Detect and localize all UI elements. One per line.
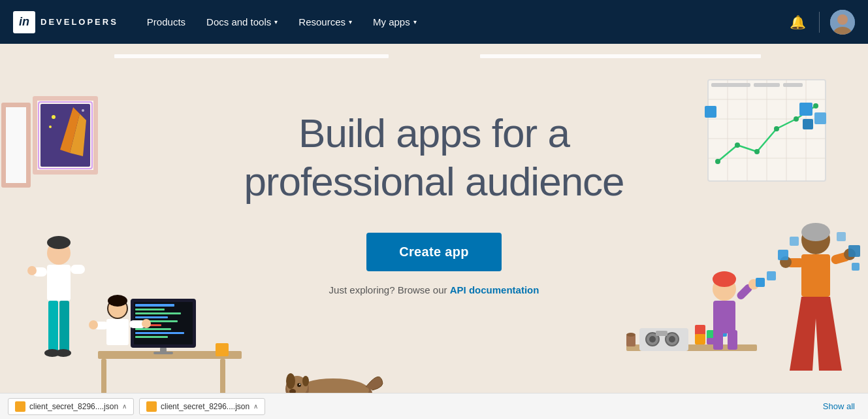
svg-rect-82 bbox=[801, 254, 830, 297]
show-all-button[interactable]: Show all bbox=[818, 399, 860, 414]
svg-point-17 bbox=[27, 266, 37, 275]
art-frame-tall bbox=[1, 103, 31, 188]
svg-point-107 bbox=[813, 103, 818, 109]
svg-rect-32 bbox=[135, 328, 171, 330]
chevron-down-icon: ▾ bbox=[274, 18, 278, 25]
svg-rect-14 bbox=[47, 265, 71, 301]
svg-point-39 bbox=[108, 295, 127, 307]
svg-rect-111 bbox=[799, 103, 812, 116]
hero-title: Build apps for a professional audience bbox=[244, 109, 624, 207]
svg-rect-112 bbox=[814, 112, 826, 124]
svg-point-62 bbox=[669, 336, 675, 343]
svg-point-102 bbox=[715, 159, 720, 164]
svg-rect-89 bbox=[848, 245, 860, 257]
linkedin-logo-icon: in bbox=[13, 11, 35, 33]
nav-item-myapps[interactable]: My apps ▾ bbox=[364, 11, 426, 33]
hero-content: Build apps for a professional audience C… bbox=[244, 109, 624, 295]
svg-point-10 bbox=[52, 115, 56, 119]
svg-point-104 bbox=[754, 149, 760, 154]
svg-rect-40 bbox=[106, 319, 129, 345]
brand-text: DEVELOPERS bbox=[40, 17, 118, 27]
svg-point-60 bbox=[649, 336, 656, 343]
svg-point-44 bbox=[142, 319, 151, 328]
svg-rect-78 bbox=[756, 278, 765, 287]
svg-point-55 bbox=[297, 383, 301, 387]
svg-point-81 bbox=[801, 223, 830, 241]
chevron-down-icon: ▾ bbox=[349, 18, 352, 25]
avatar[interactable] bbox=[830, 10, 855, 35]
avatar-image bbox=[830, 10, 855, 35]
svg-point-56 bbox=[299, 384, 300, 385]
download-filename-1: client_secret_8296....json bbox=[29, 402, 118, 411]
chevron-up-icon-2: ∧ bbox=[253, 403, 258, 410]
nav-right: 🔔 bbox=[787, 10, 855, 35]
svg-point-72 bbox=[713, 271, 736, 287]
svg-point-103 bbox=[735, 142, 740, 148]
svg-rect-74 bbox=[713, 330, 723, 350]
svg-point-43 bbox=[89, 320, 98, 329]
svg-point-105 bbox=[774, 126, 779, 131]
svg-rect-90 bbox=[837, 232, 846, 241]
nav-divider bbox=[819, 12, 820, 33]
svg-rect-113 bbox=[803, 119, 813, 129]
svg-rect-27 bbox=[135, 309, 165, 310]
browse-text: Just exploring? Browse our API documenta… bbox=[244, 284, 624, 295]
svg-rect-36 bbox=[153, 352, 173, 354]
svg-rect-88 bbox=[790, 237, 799, 246]
svg-rect-87 bbox=[778, 250, 788, 260]
nav-item-resources[interactable]: Resources ▾ bbox=[289, 11, 361, 33]
svg-rect-109 bbox=[754, 83, 780, 87]
svg-rect-28 bbox=[135, 312, 181, 314]
svg-rect-34 bbox=[135, 336, 168, 338]
whiteboard bbox=[705, 76, 832, 203]
svg-rect-73 bbox=[713, 301, 735, 333]
svg-rect-29 bbox=[135, 316, 168, 318]
svg-point-22 bbox=[47, 236, 71, 249]
file-icon-2 bbox=[146, 401, 157, 412]
download-bar: client_secret_8296....json ∧ client_secr… bbox=[0, 393, 868, 419]
svg-point-12 bbox=[82, 109, 84, 112]
svg-point-11 bbox=[49, 126, 52, 128]
avatar-svg bbox=[830, 10, 855, 35]
create-app-button[interactable]: Create app bbox=[366, 233, 501, 271]
nav-item-docs[interactable]: Docs and tools ▾ bbox=[197, 11, 287, 33]
svg-point-65 bbox=[626, 333, 635, 337]
nav-links: Products Docs and tools ▾ Resources ▾ My… bbox=[138, 11, 787, 33]
svg-point-21 bbox=[56, 349, 71, 357]
download-item-1[interactable]: client_secret_8296....json ∧ bbox=[8, 398, 134, 415]
api-docs-link[interactable]: API documentation bbox=[450, 284, 539, 295]
art-svg bbox=[37, 101, 93, 170]
file-icon bbox=[15, 401, 25, 412]
svg-rect-18 bbox=[48, 301, 58, 353]
svg-rect-19 bbox=[59, 301, 69, 353]
svg-rect-91 bbox=[852, 263, 860, 271]
bell-icon[interactable]: 🔔 bbox=[787, 12, 809, 33]
svg-rect-45 bbox=[216, 343, 229, 356]
svg-rect-33 bbox=[135, 332, 184, 334]
svg-point-106 bbox=[794, 116, 799, 122]
chevron-up-icon: ∧ bbox=[122, 403, 127, 410]
hero-section: Build apps for a professional audience C… bbox=[0, 44, 868, 419]
svg-rect-110 bbox=[783, 83, 803, 87]
art-frame-main bbox=[33, 96, 98, 175]
svg-rect-66 bbox=[695, 325, 705, 335]
svg-rect-114 bbox=[705, 106, 716, 118]
download-item-2[interactable]: client_secret_8296....json ∧ bbox=[139, 398, 265, 415]
svg-rect-75 bbox=[728, 330, 737, 350]
svg-point-52 bbox=[286, 373, 295, 389]
svg-rect-63 bbox=[656, 331, 667, 336]
svg-point-1 bbox=[837, 14, 848, 25]
top-bar-right bbox=[480, 54, 761, 58]
brand-logo[interactable]: in DEVELOPERS bbox=[13, 11, 118, 33]
top-bar-left bbox=[114, 54, 389, 58]
nav-item-products[interactable]: Products bbox=[138, 11, 195, 33]
svg-rect-79 bbox=[767, 271, 776, 280]
svg-rect-69 bbox=[695, 334, 705, 344]
svg-rect-108 bbox=[711, 83, 750, 87]
right-group bbox=[620, 188, 868, 419]
navbar: in DEVELOPERS Products Docs and tools ▾ … bbox=[0, 0, 868, 44]
svg-point-53 bbox=[302, 376, 309, 386]
chevron-down-icon: ▾ bbox=[413, 18, 417, 25]
download-filename-2: client_secret_8296....json bbox=[161, 402, 249, 411]
svg-rect-26 bbox=[135, 304, 174, 307]
